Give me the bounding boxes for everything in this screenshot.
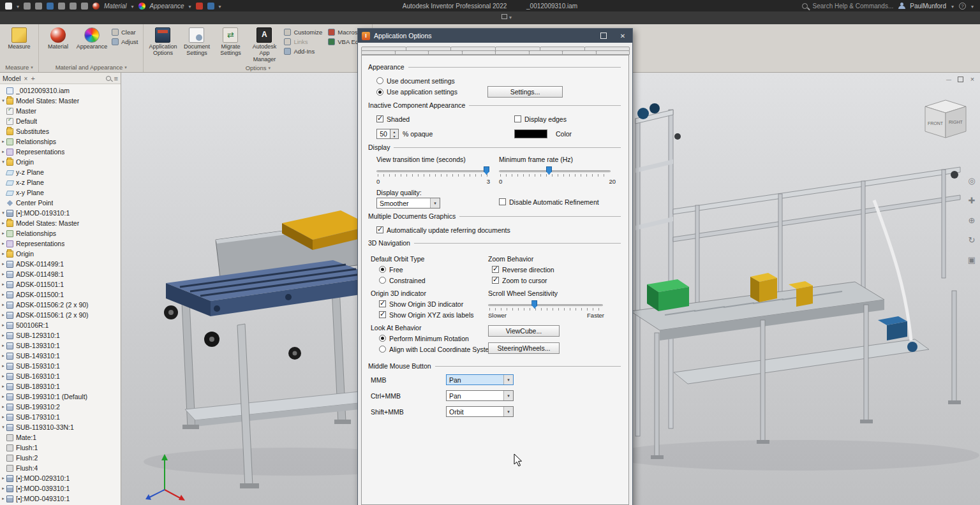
shift-mmb-select[interactable]: Orbit — [446, 406, 514, 417]
tree-item[interactable]: Master — [0, 106, 121, 116]
checkbox-icon[interactable] — [492, 266, 499, 273]
align-local-radio[interactable]: Align with Local Coordinate System — [379, 344, 484, 355]
tree-expander-icon[interactable]: ▾ — [0, 98, 6, 103]
tree-item[interactable]: ▸ Representations — [0, 147, 121, 157]
save-icon[interactable] — [58, 3, 65, 10]
ribbon-tab[interactable] — [80, 11, 92, 24]
tree-expander-icon[interactable]: ▸ — [0, 404, 6, 409]
ribbon-tab[interactable] — [34, 11, 46, 24]
spinner-up-icon[interactable] — [390, 129, 398, 134]
dialog-tab[interactable] — [529, 50, 563, 55]
tree-item[interactable]: ▸ Model States: Master — [0, 218, 121, 228]
annotate-icon[interactable] — [196, 3, 203, 10]
tree-item[interactable]: _0012009310.iam — [0, 85, 121, 96]
tree-expander-icon[interactable]: ▸ — [0, 394, 6, 399]
tree-item[interactable]: ▸ ADSK-011499:1 — [0, 259, 121, 269]
dialog-tab[interactable] — [495, 50, 530, 55]
select-arrow-icon[interactable] — [503, 375, 513, 384]
reverse-direction-checkbox[interactable]: Reverse direction — [492, 264, 621, 275]
checkbox-icon[interactable] — [492, 277, 499, 284]
display-quality-select[interactable]: Smoother — [376, 198, 440, 209]
auto-update-checkbox[interactable]: Automatically update referring documents — [376, 224, 621, 235]
zoom-to-cursor-checkbox[interactable]: Zoom to cursor — [492, 275, 621, 286]
appearance-quick-dropdown[interactable]: Appearance — [150, 3, 184, 10]
addins-button[interactable]: Add-Ins — [282, 47, 324, 55]
tree-expander-icon[interactable]: ▸ — [0, 149, 6, 154]
ribbon-tab[interactable] — [23, 11, 34, 24]
tree-expander-icon[interactable]: ▸ — [0, 241, 6, 246]
radio-icon[interactable] — [379, 277, 386, 284]
select-arrow-icon[interactable] — [503, 407, 513, 416]
ribbon-tab[interactable] — [149, 11, 161, 24]
tree-expander-icon[interactable]: ▾ — [0, 210, 6, 216]
dialog-tab[interactable] — [462, 50, 496, 55]
spinner-down-icon[interactable] — [390, 134, 398, 138]
tree-expander-icon[interactable]: ▾ — [0, 159, 6, 165]
panel-label-measure[interactable]: Measure — [0, 62, 38, 72]
tree-item[interactable]: ▸ Relationships — [0, 228, 121, 238]
dialog-maximize-icon[interactable] — [594, 29, 613, 43]
tree-item[interactable]: Center Point — [0, 198, 121, 208]
browser-add-tab-icon[interactable] — [31, 75, 34, 82]
dialog-close-icon[interactable] — [613, 29, 632, 43]
shaded-checkbox[interactable]: Shaded — [376, 113, 510, 124]
tree-expander-icon[interactable]: ▸ — [0, 486, 6, 491]
tree-item[interactable]: x-y Plane — [0, 187, 121, 198]
tree-expander-icon[interactable]: ▸ — [0, 139, 6, 144]
tree-item[interactable]: ▸ SUB-199310:1 (Default) — [0, 392, 121, 402]
tree-expander-icon[interactable]: ▸ — [0, 363, 6, 369]
tree-item[interactable]: ▸ [•]:MOD-039310:1 — [0, 483, 121, 494]
tree-item[interactable]: Mate:1 — [0, 432, 121, 443]
ribbon-display-options-icon[interactable] — [496, 13, 517, 20]
tree-item[interactable]: ▾ SUB-119310-33N:1 — [0, 422, 121, 432]
user-avatar-icon[interactable] — [898, 3, 905, 9]
ctrl-mmb-select[interactable]: Pan — [446, 390, 514, 401]
tree-item[interactable]: ▸ SUB-139310:1 — [0, 340, 121, 351]
user-menu-chevron-icon[interactable] — [951, 3, 954, 10]
tree-item[interactable]: ▸ SUB-169310:1 — [0, 371, 121, 381]
search-icon[interactable] — [802, 3, 808, 9]
dialog-tab[interactable] — [562, 50, 597, 55]
dialog-tab[interactable] — [428, 50, 463, 55]
tree-item[interactable]: ▸ Origin — [0, 249, 121, 259]
tree-item[interactable]: ▸ Relationships — [0, 136, 121, 147]
orbit-constrained-radio[interactable]: Constrained — [379, 275, 484, 286]
tree-expander-icon[interactable]: ▸ — [0, 343, 6, 348]
help-icon[interactable]: ? — [959, 3, 966, 10]
inactive-color-swatch[interactable] — [514, 129, 547, 138]
dialog-tab[interactable] — [361, 50, 396, 55]
navigation-wheel-icon[interactable]: ◎ — [966, 175, 977, 186]
tree-expander-icon[interactable]: ▸ — [0, 496, 6, 501]
ribbon-tab[interactable] — [138, 11, 149, 24]
min-rotation-radio[interactable]: Perform Minimum Rotation — [379, 333, 484, 344]
panel-label-material[interactable]: Material and Appearance — [39, 62, 143, 72]
browser-search-icon[interactable] — [106, 76, 111, 81]
scroll-sensitivity-slider[interactable] — [488, 299, 609, 312]
tree-item[interactable]: ▸ SUB-199310:2 — [0, 402, 121, 412]
application-options-button[interactable]: Application Options — [147, 26, 179, 58]
open-icon[interactable] — [47, 3, 54, 10]
view-transition-slider[interactable] — [376, 165, 495, 178]
ribbon-tab[interactable] — [103, 11, 115, 24]
parameters-fx-icon[interactable] — [207, 3, 214, 10]
show-xyz-checkbox[interactable]: Show Origin XYZ axis labels — [379, 309, 484, 320]
tree-item[interactable]: ▾ Model States: Master — [0, 96, 121, 106]
checkbox-icon[interactable] — [376, 226, 383, 233]
customize-button[interactable]: Customize — [282, 28, 324, 36]
mmb-select[interactable]: Pan — [446, 374, 514, 385]
adjust-button[interactable]: Adjust — [110, 38, 140, 46]
document-close-icon[interactable] — [969, 75, 976, 83]
tree-expander-icon[interactable]: ▾ — [0, 425, 6, 430]
browser-close-icon[interactable] — [24, 75, 28, 82]
tree-expander-icon[interactable]: ▸ — [0, 251, 6, 256]
home-icon[interactable] — [24, 3, 31, 10]
radio-icon[interactable] — [379, 346, 386, 353]
links-button[interactable]: Links — [282, 38, 324, 46]
tree-expander-icon[interactable]: ▸ — [0, 231, 6, 236]
migrate-settings-button[interactable]: Migrate Settings — [214, 26, 246, 58]
tree-item[interactable]: y-z Plane — [0, 167, 121, 177]
opacity-value[interactable]: 50 — [376, 129, 390, 139]
tree-item[interactable]: ▸ SUB-129310:1 — [0, 330, 121, 340]
toolbar-options-chevron-icon[interactable] — [219, 3, 221, 10]
checkbox-icon[interactable] — [376, 115, 383, 122]
